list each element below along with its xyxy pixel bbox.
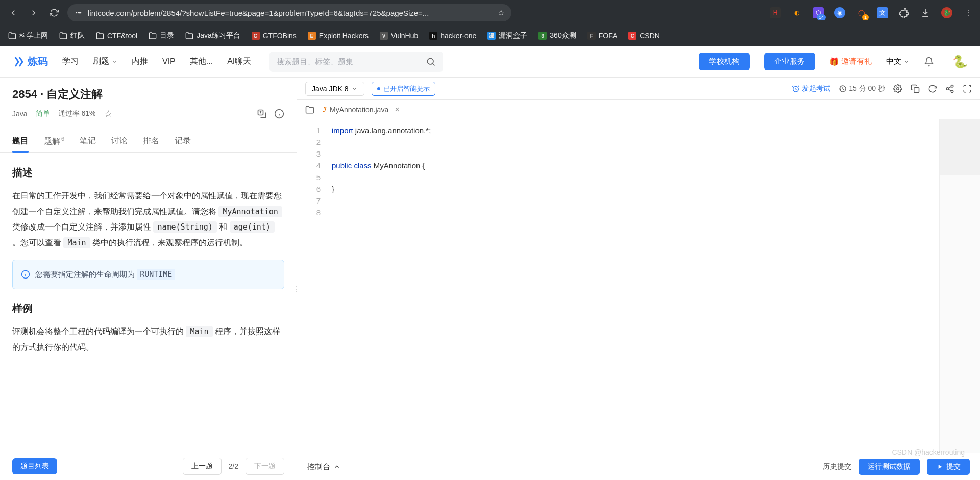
bookmark-item[interactable]: VVulnHub (380, 32, 418, 40)
svg-rect-8 (914, 87, 919, 92)
folder-icon (59, 32, 67, 40)
invite-link[interactable]: 🎁 邀请有礼 (829, 57, 872, 66)
bell-icon[interactable] (924, 57, 934, 67)
reload-button[interactable] (47, 6, 61, 20)
chevron-down-icon (903, 59, 910, 65)
code-editor[interactable]: 12345678 import java.lang.annotation.*; … (297, 119, 980, 453)
folder-icon (185, 32, 193, 40)
code-area[interactable]: import java.lang.annotation.*; public cl… (328, 119, 980, 453)
difficulty-tag: 简单 (36, 109, 50, 118)
downloads-icon[interactable] (920, 7, 931, 18)
ext-icon-4[interactable]: ◉ (834, 7, 845, 18)
site-icon: F (587, 32, 596, 40)
bookmark-item[interactable]: 红队 (59, 31, 85, 40)
problem-nav-bar: 题目列表 上一题 2/2 下一题 (0, 452, 297, 480)
svg-rect-1 (78, 12, 82, 14)
bookmark-item[interactable]: CTF&tool (96, 32, 137, 40)
history-link[interactable]: 历史提交 (823, 462, 851, 471)
bookmark-star-icon[interactable]: ☆ (498, 8, 504, 17)
tab-item[interactable]: 讨论 (111, 131, 128, 152)
ext-icon-6[interactable]: 文 (877, 7, 888, 18)
fullscreen-icon[interactable] (963, 84, 972, 93)
site-header: 炼码 学习刷题 内推VIP其他...AI聊天 学校机构 企业服务 🎁 邀请有礼 … (0, 46, 980, 78)
problem-panel: 2854 · 自定义注解 Java 简单 通过率 61% ☆ 题目题解6笔记讨论… (0, 78, 297, 480)
tab-item[interactable]: 题目 (12, 131, 29, 152)
submit-button[interactable]: 提交 (927, 459, 970, 475)
back-button[interactable] (6, 6, 20, 20)
nav-item[interactable]: VIP (162, 56, 176, 67)
ext-icon-3[interactable]: ⬡14 (813, 7, 824, 18)
search-input[interactable] (277, 57, 421, 66)
description-heading: 描述 (12, 163, 284, 182)
extensions-icon[interactable] (898, 7, 910, 18)
ext-icon-5[interactable]: ◯1 (855, 7, 867, 18)
hint-box: 您需要指定注解的生命周期为 RUNTIME (12, 260, 284, 290)
bookmark-item[interactable]: hhacker-one (429, 32, 476, 40)
nav-item[interactable]: AI聊天 (227, 56, 251, 67)
reset-icon[interactable] (928, 84, 937, 93)
nav-item[interactable]: 学习 (62, 56, 79, 67)
file-tab[interactable]: ℐ MyAnnotation.java × (321, 102, 404, 117)
site-icon: h (429, 32, 437, 40)
bookmark-item[interactable]: CCSDN (628, 32, 660, 40)
nav-item[interactable]: 内推 (132, 56, 148, 67)
logo[interactable]: 炼码 (12, 55, 48, 68)
url-bar[interactable]: lintcode.com/problem/2854/?showListFe=tr… (67, 4, 511, 21)
tab-item[interactable]: 题解6 (44, 131, 64, 152)
extensions-area: H ◐ ⬡14 ◉ ◯1 文 🐉 ⋮ (770, 7, 974, 18)
ext-icon-1[interactable]: H (770, 7, 781, 18)
menu-icon[interactable]: ⋮ (963, 7, 974, 18)
pass-rate: 通过率 61% (58, 109, 96, 118)
bookmark-item[interactable]: EExploit Hackers (308, 32, 369, 40)
close-tab-icon[interactable]: × (393, 105, 401, 114)
lang-tag: Java (12, 110, 28, 118)
bookmark-item[interactable]: 漏漏洞盒子 (487, 31, 527, 40)
site-icon: 3 (538, 32, 547, 40)
nav-item[interactable]: 刷题 (93, 56, 117, 67)
bookmark-item[interactable]: 目录 (149, 31, 174, 40)
start-exam-button[interactable]: 发起考试 (792, 84, 830, 93)
translate-icon[interactable] (257, 109, 267, 119)
school-button[interactable]: 学校机构 (699, 53, 750, 70)
console-toggle[interactable]: 控制台 (307, 462, 340, 472)
info-icon[interactable] (274, 109, 284, 119)
line-gutter: 12345678 (297, 119, 328, 453)
folder-icon (149, 32, 157, 40)
bookmark-item[interactable]: 科学上网 (8, 31, 48, 40)
enterprise-button[interactable]: 企业服务 (764, 53, 815, 70)
bookmark-item[interactable]: 3360众测 (538, 31, 576, 40)
share-icon[interactable] (945, 84, 954, 93)
problem-tabs: 题目题解6笔记讨论排名记录 (0, 131, 297, 153)
nav-item[interactable]: 其他... (190, 56, 213, 67)
svg-point-10 (946, 87, 949, 90)
problem-title: 2854 · 自定义注解 (12, 87, 284, 102)
run-button[interactable]: 运行测试数据 (859, 459, 920, 475)
chevron-up-icon (333, 463, 340, 470)
next-button: 下一题 (246, 458, 284, 475)
bookmark-item[interactable]: Java练习平台 (185, 31, 240, 40)
gift-icon: 🎁 (829, 57, 839, 66)
forward-button[interactable] (27, 6, 41, 20)
star-icon[interactable]: ☆ (104, 108, 112, 119)
profile-icon[interactable]: 🐉 (941, 7, 952, 18)
bookmark-item[interactable]: FFOFA (587, 32, 618, 40)
svg-point-0 (76, 12, 78, 14)
ext-icon-2[interactable]: ◐ (791, 7, 802, 18)
search-box[interactable] (270, 52, 443, 72)
problem-list-button[interactable]: 题目列表 (12, 458, 57, 474)
file-explorer-icon[interactable] (305, 105, 314, 114)
jdk-selector[interactable]: Java JDK 8 (305, 82, 364, 96)
bookmark-item[interactable]: GGTFOBins (252, 32, 297, 40)
settings-icon[interactable] (893, 84, 902, 93)
user-avatar[interactable]: 🐍 (952, 55, 968, 69)
prev-button[interactable]: 上一题 (183, 458, 222, 475)
svg-point-11 (951, 90, 953, 93)
minimap[interactable] (939, 119, 980, 453)
smart-hint-badge[interactable]: 已开启智能提示 (372, 82, 435, 96)
language-selector[interactable]: 中文 (886, 57, 910, 66)
tab-item[interactable]: 排名 (143, 131, 159, 152)
copy-icon[interactable] (911, 84, 920, 93)
timer-display: 15 分 00 秒 (839, 84, 885, 93)
tab-item[interactable]: 笔记 (80, 131, 96, 152)
tab-item[interactable]: 记录 (175, 131, 191, 152)
